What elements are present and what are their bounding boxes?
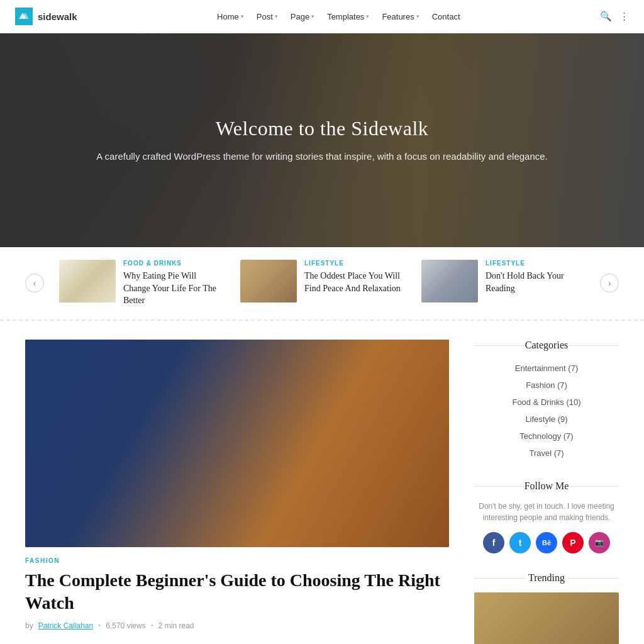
hero-content: Welcome to the Sidewalk A carefully craf…: [71, 117, 573, 164]
nav-post-label: Post: [257, 12, 273, 21]
list-item: LIFESTYLE Don't Hold Back Your Reading: [413, 260, 594, 307]
category-list: Entertainment (7) Fashion (7) Food & Dri…: [474, 360, 619, 462]
follow-section: Follow Me Don't be shy, get in touch. I …: [474, 480, 619, 553]
nav-templates-label: Templates: [327, 12, 364, 21]
nav-page[interactable]: Page ▾: [291, 12, 314, 21]
twitter-icon[interactable]: t: [509, 532, 531, 553]
nav-features[interactable]: Features ▾: [382, 12, 419, 21]
nav-home[interactable]: Home ▾: [217, 12, 244, 21]
article-image-overlay: [25, 340, 449, 547]
chevron-down-icon: ▾: [275, 13, 278, 19]
list-item[interactable]: Lifestyle (9): [474, 411, 619, 428]
list-item[interactable]: Travel (7): [474, 445, 619, 462]
pinterest-icon[interactable]: P: [562, 532, 584, 553]
logo-svg: [18, 10, 30, 23]
chevron-down-icon: ▾: [311, 13, 314, 19]
nav-post[interactable]: Post ▾: [257, 12, 278, 21]
carousel-item-meta: FOOD & DRINKS Why Eating Pie Will Change…: [123, 260, 223, 307]
article-category[interactable]: FASHION: [25, 557, 449, 564]
article-column: FASHION The Complete Beginner's Guide to…: [25, 340, 474, 644]
carousel-item-meta: LIFESTYLE Don't Hold Back Your Reading: [486, 260, 585, 307]
nav-home-label: Home: [217, 12, 239, 21]
logo-icon: [15, 8, 33, 25]
carousel-items: FOOD & DRINKS Why Eating Pie Will Change…: [44, 260, 600, 307]
separator: •: [151, 621, 153, 630]
carousel-item-image: [421, 260, 478, 303]
separator: •: [98, 621, 101, 630]
follow-description: Don't be shy, get in touch. I love meeti…: [474, 501, 619, 523]
hero-section: Welcome to the Sidewalk A carefully craf…: [0, 33, 644, 247]
nav-page-label: Page: [291, 12, 309, 21]
nav-contact-label: Contact: [432, 12, 460, 21]
carousel-item-image: [59, 260, 116, 303]
nav-templates[interactable]: Templates ▾: [327, 12, 369, 21]
chevron-down-icon: ▾: [241, 13, 244, 19]
logo[interactable]: sidewalk: [15, 8, 77, 25]
article-read-time: 2 min read: [158, 621, 194, 630]
list-item: LIFESTYLE The Oddest Place You Will Find…: [231, 260, 413, 307]
carousel-section: ‹ FOOD & DRINKS Why Eating Pie Will Chan…: [0, 247, 644, 321]
chevron-down-icon: ▾: [416, 13, 419, 19]
list-item: FOOD & DRINKS Why Eating Pie Will Change…: [50, 260, 231, 307]
follow-heading: Follow Me: [474, 480, 619, 492]
carousel-item-category: LIFESTYLE: [304, 260, 404, 267]
nav-links: Home ▾ Post ▾ Page ▾ Templates ▾ Feature…: [217, 12, 460, 21]
carousel-item-title[interactable]: Don't Hold Back Your Reading: [486, 270, 585, 294]
main-content: FASHION The Complete Beginner's Guide to…: [0, 321, 644, 644]
search-icon[interactable]: 🔍: [600, 11, 612, 22]
article-title[interactable]: The Complete Beginner's Guide to Choosin…: [25, 569, 449, 615]
carousel-item-title[interactable]: Why Eating Pie Will Change Your Life For…: [123, 270, 223, 307]
share-icon[interactable]: ⋮: [619, 11, 629, 22]
nav-features-label: Features: [382, 12, 414, 21]
carousel-item-meta: LIFESTYLE The Oddest Place You Will Find…: [304, 260, 404, 307]
instagram-icon[interactable]: 📷: [589, 532, 610, 553]
article-views: 6,570 views: [106, 621, 145, 630]
carousel-next-button[interactable]: ›: [600, 274, 619, 292]
carousel-item-category: FOOD & DRINKS: [123, 260, 223, 267]
carousel-item-title[interactable]: The Oddest Place You Will Find Peace And…: [304, 270, 404, 294]
list-item[interactable]: Entertainment (7): [474, 360, 619, 377]
article-featured-image: [25, 340, 449, 547]
sidebar: Categories Entertainment (7) Fashion (7)…: [474, 340, 619, 644]
carousel-prev-button[interactable]: ‹: [25, 274, 44, 292]
trending-image: [474, 592, 619, 644]
article-meta: by Patrick Callahan • 6,570 views • 2 mi…: [25, 621, 449, 630]
list-item[interactable]: Food & Drinks (10): [474, 394, 619, 411]
chevron-down-icon: ▾: [366, 13, 369, 19]
behance-icon[interactable]: Bē: [536, 532, 557, 553]
facebook-icon[interactable]: f: [483, 532, 504, 553]
hero-title: Welcome to the Sidewalk: [96, 117, 548, 140]
hero-subtitle: A carefully crafted WordPress theme for …: [96, 149, 548, 164]
carousel-item-image: [240, 260, 297, 303]
article-author[interactable]: Patrick Callahan: [38, 621, 93, 630]
categories-section: Categories Entertainment (7) Fashion (7)…: [474, 340, 619, 462]
list-item[interactable]: Fashion (7): [474, 377, 619, 394]
categories-heading: Categories: [474, 340, 619, 351]
trending-section: Trending: [474, 572, 619, 644]
trending-heading: Trending: [474, 572, 619, 584]
nav-action-icons: 🔍 ⋮: [600, 11, 629, 22]
brand-name: sidewalk: [38, 11, 77, 22]
navbar: sidewalk Home ▾ Post ▾ Page ▾ Templates …: [0, 0, 644, 33]
nav-contact[interactable]: Contact: [432, 12, 460, 21]
article-by: by: [25, 621, 33, 630]
social-icons: f t Bē P 📷: [474, 532, 619, 553]
carousel-item-category: LIFESTYLE: [486, 260, 585, 267]
list-item[interactable]: Technology (7): [474, 428, 619, 445]
